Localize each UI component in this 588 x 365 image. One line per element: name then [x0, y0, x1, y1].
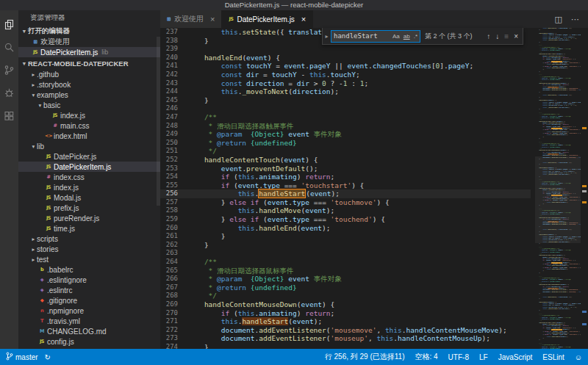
tree-item[interactable]: ▸.github — [18, 69, 160, 79]
feedback-smiley[interactable]: ☺ — [575, 353, 582, 361]
tree-item[interactable]: ▾basic — [18, 100, 160, 110]
tree-item[interactable]: JSindex.js — [18, 182, 160, 192]
code-line[interactable]: 262 } — [160, 241, 531, 250]
indentation[interactable]: 空格: 4 — [415, 352, 437, 362]
code-line[interactable]: 264 /** — [160, 258, 531, 267]
tree-item[interactable]: ▾examples — [18, 90, 160, 100]
minimap-slider[interactable] — [535, 156, 581, 243]
code-line[interactable]: 256 this.handleStart(event); — [160, 189, 531, 198]
line-number[interactable]: 238 — [160, 37, 187, 46]
more-actions-icon[interactable]: ⋯ — [571, 15, 579, 24]
tree-item[interactable]: JStime.js — [18, 223, 160, 234]
tree-item[interactable]: JSDatePickerItem.js — [18, 162, 160, 172]
code-line[interactable]: 267 * @return {undefined} — [160, 283, 531, 292]
code-line[interactable]: 258 this.handleMove(event); — [160, 206, 531, 215]
line-number[interactable]: 255 — [160, 181, 187, 190]
code-line[interactable]: 272 document.addEventListener('mousemove… — [160, 326, 531, 335]
debug-icon[interactable] — [0, 84, 18, 101]
code-line[interactable]: 240 handleEnd(event) { — [160, 54, 531, 62]
tree-item[interactable]: ▾lib — [18, 141, 160, 151]
line-number[interactable]: 239 — [160, 45, 187, 54]
line-number[interactable]: 252 — [160, 156, 187, 165]
tree-item[interactable]: T.travis.yml — [18, 316, 160, 326]
code-line[interactable]: 242 const dir = touchY - this.touchY; — [160, 71, 531, 79]
overview-ruler[interactable] — [581, 28, 588, 349]
search-icon[interactable] — [0, 39, 18, 55]
tree-item[interactable]: JSindex.js — [18, 110, 160, 120]
line-number[interactable]: 259 — [160, 215, 187, 224]
tree-item[interactable]: ◈.eslintrc — [18, 285, 160, 295]
close-icon[interactable]: × — [210, 15, 215, 24]
line-number[interactable]: 272 — [160, 326, 187, 335]
line-number[interactable]: 264 — [160, 258, 187, 267]
tree-item[interactable]: #index.css — [18, 172, 160, 182]
code-line[interactable]: 259 } else if (event.type === 'touchend'… — [160, 215, 531, 224]
close-icon[interactable]: × — [301, 15, 306, 24]
code-line[interactable]: 248 * 滑动日期选择器触屏事件 — [160, 122, 531, 131]
next-match-button[interactable]: ↓ — [495, 32, 499, 40]
line-number[interactable]: 245 — [160, 96, 187, 105]
tree-item[interactable]: ▸scripts — [18, 234, 160, 244]
line-number[interactable]: 263 — [160, 249, 187, 258]
eol[interactable]: LF — [479, 353, 488, 361]
git-branch[interactable]: master — [6, 352, 38, 362]
code-line[interactable]: 268 */ — [160, 292, 531, 300]
tab-欢迎使用[interactable]: ⊞欢迎使用× — [160, 10, 222, 28]
code-line[interactable]: 261 } — [160, 232, 531, 241]
minimap[interactable]: this.setState({ translateY }); } handleE… — [535, 28, 581, 349]
line-number[interactable]: 244 — [160, 87, 187, 96]
tab-DatePickerItem.js[interactable]: JSDatePickerItem.js× — [222, 10, 313, 28]
source-control-icon[interactable] — [0, 62, 18, 78]
line-number[interactable]: 271 — [160, 317, 187, 326]
tree-item[interactable]: JSModal.js — [18, 192, 160, 203]
code-line[interactable]: 265 * 滑动日期选择器鼠标事件 — [160, 267, 531, 275]
line-number[interactable]: 257 — [160, 198, 187, 207]
line-number[interactable]: 247 — [160, 113, 187, 122]
code-line[interactable]: 254 if (this.animating) return; — [160, 173, 531, 181]
line-number[interactable]: 240 — [160, 54, 187, 62]
line-number[interactable]: 268 — [160, 292, 187, 300]
split-editor-icon[interactable]: ◫ — [555, 15, 562, 24]
tree-item[interactable]: JSprefix.js — [18, 203, 160, 213]
line-number[interactable]: 261 — [160, 232, 187, 241]
code-line[interactable]: 266 * @param {Object} event 事件对象 — [160, 275, 531, 283]
tree-item[interactable]: ▸stories — [18, 244, 160, 254]
line-number[interactable]: 250 — [160, 139, 187, 148]
tree-item[interactable]: JSDatePicker.js — [18, 151, 160, 162]
tree-item[interactable]: ◆.gitignore — [18, 295, 160, 306]
line-number[interactable]: 246 — [160, 104, 187, 113]
line-number[interactable]: 251 — [160, 147, 187, 156]
line-number[interactable]: 237 — [160, 28, 187, 37]
previous-match-button[interactable]: ↑ — [487, 32, 490, 40]
line-number[interactable]: 253 — [160, 165, 187, 173]
extensions-icon[interactable] — [0, 107, 18, 123]
code-line[interactable]: 269 handleContentMouseDown(event) { — [160, 300, 531, 309]
code-line[interactable]: 243 const direction = dir > 0 ? -1 : 1; — [160, 79, 531, 88]
tree-item[interactable]: ▸.storybook — [18, 79, 160, 90]
eslint-status[interactable]: ESLint — [542, 353, 564, 361]
tree-item[interactable]: ◈.eslintignore — [18, 275, 160, 285]
code-line[interactable]: 260 this.handleEnd(event); — [160, 224, 531, 233]
tree-item[interactable]: JSpureRender.js — [18, 213, 160, 223]
code-line[interactable]: 263 — [160, 249, 531, 258]
toggle-replace-icon[interactable]: ▸ — [323, 33, 331, 40]
code-line[interactable]: 273 document.addEventListener('mouseup',… — [160, 334, 531, 343]
line-number[interactable]: 254 — [160, 173, 187, 181]
code-line[interactable]: 255 if (event.type === 'touchstart') { — [160, 181, 531, 190]
tree-item[interactable]: b.babelrc — [18, 264, 160, 275]
code-line[interactable]: 251 */ — [160, 147, 531, 156]
code-line[interactable]: 257 } else if (event.type === 'touchmove… — [160, 198, 531, 207]
cursor-position[interactable]: 行 256, 列 29 (已选择11) — [325, 352, 405, 362]
line-number[interactable]: 258 — [160, 206, 187, 215]
code-line[interactable]: 249 * @param {Object} event 事件对象 — [160, 130, 531, 139]
tree-item[interactable]: ▸test — [18, 254, 160, 264]
regex-toggle[interactable]: .* — [412, 32, 419, 40]
open-editor-item[interactable]: ⊞欢迎使用 — [18, 37, 160, 47]
tree-item[interactable]: #main.css — [18, 120, 160, 131]
code-line[interactable]: 252 handleContentTouch(event) { — [160, 156, 531, 165]
line-number[interactable]: 274 — [160, 343, 187, 349]
code-line[interactable]: 246 — [160, 104, 531, 113]
code-line[interactable]: 244 this._moveToNext(direction); — [160, 87, 531, 96]
whole-word-toggle[interactable]: ab — [402, 32, 412, 40]
project-root-header[interactable]: ▾ REACT-MOBILE-DATEPICKER — [18, 57, 160, 69]
